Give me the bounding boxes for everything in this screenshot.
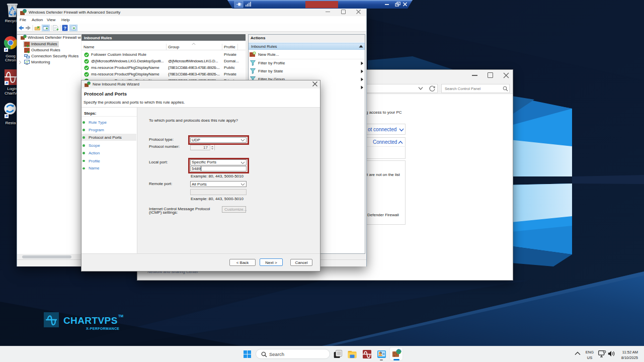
svg-text:X-PERFORMANCE: X-PERFORMANCE <box>86 327 119 330</box>
svg-text:CHARTVPS: CHARTVPS <box>63 315 118 326</box>
svg-text:TM: TM <box>118 314 123 318</box>
svg-text:?: ? <box>63 25 66 31</box>
